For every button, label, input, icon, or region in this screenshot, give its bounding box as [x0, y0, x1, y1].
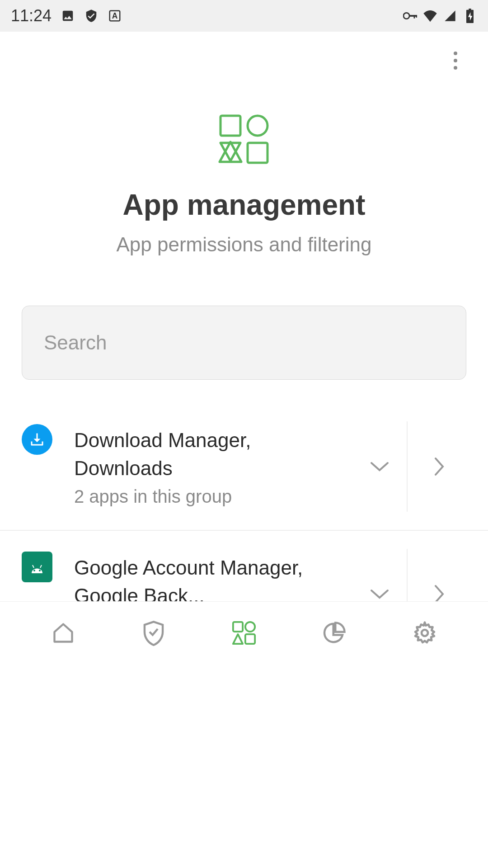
gear-icon: [412, 620, 437, 646]
app-group-body: Download Manager, Downloads 2 apps in th…: [74, 426, 357, 507]
app-group-list: Download Manager, Downloads 2 apps in th…: [0, 412, 488, 601]
svg-rect-6: [221, 116, 240, 136]
status-time: 11:24: [11, 6, 52, 25]
download-icon: [22, 424, 52, 455]
vpn-key-icon: [403, 9, 418, 23]
details-button[interactable]: [412, 444, 466, 489]
expand-button[interactable]: [357, 571, 402, 601]
bottom-nav: [0, 601, 488, 664]
apps-shapes-icon: [0, 113, 488, 165]
search-container: [0, 292, 488, 380]
main-content: App management App permissions and filte…: [0, 32, 488, 601]
chevron-down-icon: [370, 588, 389, 600]
svg-point-10: [39, 570, 41, 571]
item-divider: [407, 421, 408, 512]
app-group-subtitle: 2 apps in this group: [74, 486, 357, 507]
more-vert-icon: [454, 52, 457, 70]
pie-chart-icon: [322, 621, 347, 645]
status-left: 11:24 A: [11, 6, 122, 25]
item-divider: [407, 549, 408, 601]
wifi-icon: [423, 9, 437, 23]
svg-rect-17: [233, 622, 243, 631]
letter-a-icon: A: [108, 9, 122, 23]
svg-rect-8: [248, 143, 267, 163]
details-button[interactable]: [412, 571, 466, 601]
shield-icon: [141, 620, 166, 646]
nav-protection[interactable]: [136, 615, 172, 651]
header-content: App management App permissions and filte…: [0, 50, 488, 292]
expand-button[interactable]: [357, 444, 402, 489]
page-subtitle: App permissions and filtering: [0, 233, 488, 256]
app-group-item[interactable]: Google Account Manager, Google Back... 4…: [0, 531, 488, 601]
svg-line-12: [40, 565, 42, 568]
svg-point-7: [248, 116, 267, 136]
search-input[interactable]: [22, 306, 466, 380]
app-header: App management App permissions and filte…: [0, 32, 488, 292]
svg-rect-5: [416, 15, 417, 18]
app-group-title: Google Account Manager, Google Back...: [74, 554, 327, 601]
svg-point-18: [245, 622, 255, 631]
chevron-right-icon: [433, 584, 446, 601]
picture-icon: [61, 9, 75, 23]
nav-stats[interactable]: [316, 615, 352, 651]
svg-rect-3: [409, 15, 417, 17]
svg-point-9: [33, 570, 35, 571]
page-title: App management: [0, 188, 488, 222]
home-icon: [52, 621, 75, 645]
signal-icon: [443, 9, 457, 23]
svg-rect-4: [414, 15, 415, 19]
chevron-down-icon: [370, 460, 389, 473]
chevron-right-icon: [433, 457, 446, 476]
app-group-item[interactable]: Download Manager, Downloads 2 apps in th…: [0, 412, 488, 531]
svg-point-20: [422, 630, 428, 636]
overflow-menu-button[interactable]: [445, 50, 466, 71]
svg-text:A: A: [112, 11, 118, 20]
status-bar: 11:24 A: [0, 0, 488, 32]
nav-home[interactable]: [45, 615, 81, 651]
svg-rect-19: [245, 634, 255, 643]
svg-line-11: [33, 565, 34, 568]
app-group-body: Google Account Manager, Google Back... 4…: [74, 554, 357, 601]
shield-check-icon: [84, 9, 99, 23]
android-icon: [22, 552, 52, 582]
app-group-title: Download Manager, Downloads: [74, 426, 327, 482]
status-right: [403, 9, 477, 23]
battery-icon: [463, 9, 477, 23]
apps-icon: [231, 620, 257, 646]
nav-apps[interactable]: [226, 615, 262, 651]
nav-settings[interactable]: [407, 615, 443, 651]
svg-point-2: [404, 13, 409, 19]
